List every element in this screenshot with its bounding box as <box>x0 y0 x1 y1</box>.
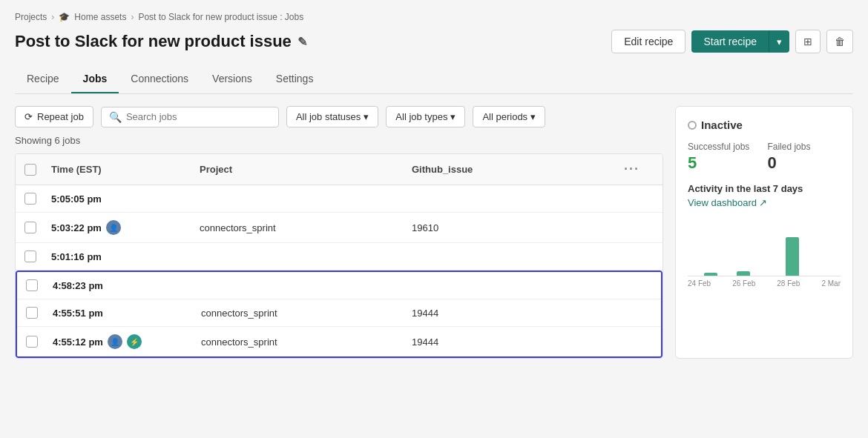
breadcrumb-current: Post to Slack for new product issue : Jo… <box>138 12 303 22</box>
time-cell: 4:58:23 pm <box>53 280 201 291</box>
user-badge: 👤 <box>106 220 121 235</box>
edit-icon[interactable]: ✎ <box>297 35 307 49</box>
table-row: 5:03:22 pm 👤 connectors_sprint 19610 <box>16 213 662 243</box>
row-checkbox[interactable] <box>26 279 38 291</box>
page-title: Post to Slack for new product issue ✎ <box>15 32 307 51</box>
toolbar: ⟳ Repeat job 🔍 All job statuses ▾ All jo… <box>15 106 663 127</box>
chart-bar <box>704 273 717 276</box>
time-cell: 5:03:22 pm 👤 <box>51 220 200 235</box>
start-recipe-group: Start recipe ▾ <box>691 30 789 53</box>
view-dashboard-link[interactable]: View dashboard ↗ <box>688 197 841 208</box>
tab-recipe[interactable]: Recipe <box>15 65 71 93</box>
chart-bar <box>737 271 750 276</box>
edit-recipe-button[interactable]: Edit recipe <box>611 30 685 53</box>
successful-jobs-stat: Successful jobs 5 <box>688 142 749 173</box>
chart-label: 28 Feb <box>777 279 800 288</box>
jobs-table: Time (EST) Project Github_issue ··· 5:05… <box>15 153 663 359</box>
activity-chart <box>688 217 841 276</box>
chart-label: 2 Mar <box>821 279 841 288</box>
col-project: Project <box>200 164 412 175</box>
showing-count: Showing 6 jobs <box>15 135 663 146</box>
activity-label: Activity in the last 7 days <box>688 183 841 194</box>
user-badge: 👤 <box>108 334 122 349</box>
row-checkbox[interactable] <box>26 336 38 348</box>
chart-label: 26 Feb <box>732 279 755 288</box>
failed-jobs-value: 0 <box>767 153 810 173</box>
tab-jobs[interactable]: Jobs <box>71 65 119 93</box>
issue-cell: 19444 <box>412 308 622 319</box>
tab-settings[interactable]: Settings <box>264 65 326 93</box>
col-issue: Github_issue <box>412 164 624 175</box>
time-cell: 5:05:05 pm <box>51 193 200 205</box>
table-row: 4:55:51 pm connectors_sprint 19444 <box>17 299 661 327</box>
search-icon: 🔍 <box>109 111 122 123</box>
table-row: 5:01:16 pm <box>16 243 662 271</box>
start-recipe-button[interactable]: Start recipe <box>691 30 769 53</box>
table-row: 4:58:23 pm <box>17 272 661 299</box>
successful-jobs-value: 5 <box>688 153 749 173</box>
filter-type-button[interactable]: All job types ▾ <box>386 106 465 127</box>
stats-row: Successful jobs 5 Failed jobs 0 <box>688 142 841 173</box>
main-panel: ⟳ Repeat job 🔍 All job statuses ▾ All jo… <box>15 106 663 359</box>
select-all-checkbox[interactable] <box>24 164 51 176</box>
status-label: Inactive <box>701 119 743 131</box>
table-row: 5:05:05 pm <box>16 185 662 213</box>
row-checkbox[interactable] <box>24 222 36 233</box>
tab-versions[interactable]: Versions <box>200 65 264 93</box>
row-checkbox[interactable] <box>26 307 38 319</box>
successful-jobs-label: Successful jobs <box>688 142 749 152</box>
external-link-icon: ↗ <box>759 197 767 208</box>
sidebar-card: Inactive Successful jobs 5 Failed jobs 0… <box>675 106 853 359</box>
row-checkbox[interactable] <box>24 250 36 262</box>
header-buttons: Edit recipe Start recipe ▾ ⊞ 🗑 <box>611 30 853 53</box>
time-cell: 4:55:51 pm <box>53 308 201 319</box>
breadcrumb-home-icon: 🎓 <box>59 12 70 22</box>
chevron-down-icon: ▾ <box>530 111 536 122</box>
time-cell: 4:55:12 pm 👤 ⚡ <box>53 334 201 349</box>
table-row: 4:55:12 pm 👤 ⚡ connectors_sprint 19444 <box>17 327 661 356</box>
breadcrumb: Projects › 🎓 Home assets › Post to Slack… <box>15 12 853 22</box>
search-input[interactable] <box>126 111 271 122</box>
chevron-down-icon: ▾ <box>450 111 456 122</box>
row-checkbox[interactable] <box>24 193 36 205</box>
repeat-job-button[interactable]: ⟳ Repeat job <box>15 106 93 127</box>
project-cell: connectors_sprint <box>200 222 412 233</box>
breadcrumb-home-assets[interactable]: Home assets <box>74 12 126 22</box>
repeat-icon: ⟳ <box>24 111 33 122</box>
status-indicator <box>688 121 697 130</box>
failed-jobs-label: Failed jobs <box>767 142 810 152</box>
breadcrumb-projects[interactable]: Projects <box>15 12 47 22</box>
filter-period-button[interactable]: All periods ▾ <box>473 106 545 127</box>
col-more: ··· <box>624 162 654 177</box>
time-cell: 5:01:16 pm <box>51 251 200 262</box>
chart-label: 24 Feb <box>688 279 711 288</box>
issue-cell: 19610 <box>412 222 624 233</box>
col-time: Time (EST) <box>51 164 200 175</box>
project-cell: connectors_sprint <box>201 308 412 319</box>
tabs: Recipe Jobs Connections Versions Setting… <box>15 65 853 94</box>
grid-view-button[interactable]: ⊞ <box>795 30 821 53</box>
highlighted-rows-group: 4:58:23 pm 4:55:51 pm connectors_sprint … <box>16 271 662 358</box>
start-recipe-dropdown[interactable]: ▾ <box>769 30 789 53</box>
filter-status-button[interactable]: All job statuses ▾ <box>286 106 378 127</box>
search-box[interactable]: 🔍 <box>101 107 279 127</box>
delete-button[interactable]: 🗑 <box>826 30 853 53</box>
chart-labels: 24 Feb 26 Feb 28 Feb 2 Mar <box>688 279 841 288</box>
chart-bar <box>786 237 799 276</box>
table-header: Time (EST) Project Github_issue ··· <box>16 154 662 185</box>
teal-badge: ⚡ <box>127 334 142 349</box>
failed-jobs-stat: Failed jobs 0 <box>767 142 810 173</box>
issue-cell: 19444 <box>412 336 622 348</box>
project-cell: connectors_sprint <box>201 336 412 348</box>
chevron-down-icon: ▾ <box>364 111 369 122</box>
tab-connections[interactable]: Connections <box>119 65 200 93</box>
status-row: Inactive <box>688 119 841 131</box>
